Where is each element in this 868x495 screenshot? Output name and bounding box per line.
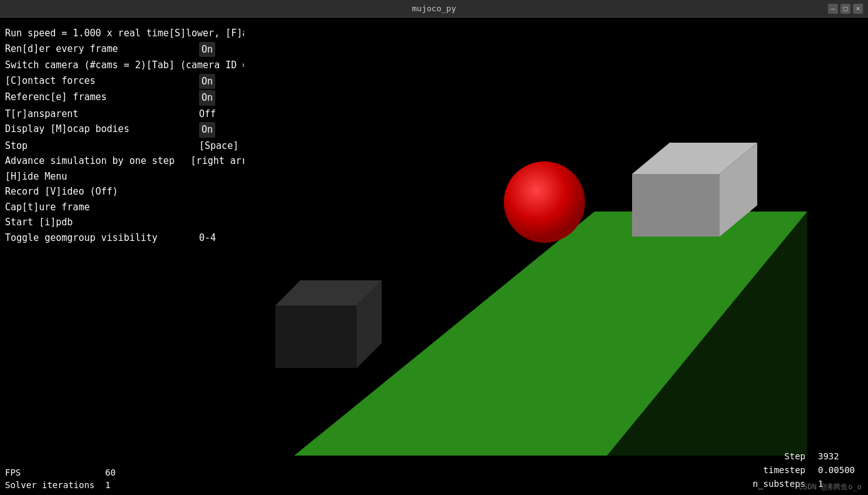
menu-row: [C]ontact forcesOn	[5, 74, 264, 89]
menu-row-label: Toggle geomgroup visibility	[5, 231, 199, 245]
timestep-label: timestep	[730, 465, 805, 475]
status-left: FPS 60 Solver iterations 1	[0, 462, 244, 495]
menu-row: Switch camera (#cams = 2)[Tab] (camera I…	[5, 58, 264, 73]
menu-row-label: Record [V]ideo (Off)	[5, 185, 199, 199]
window-controls[interactable]: — □ ✕	[828, 4, 863, 14]
menu-row-value: 0-4	[199, 231, 216, 245]
fps-value: 60	[105, 467, 116, 477]
menu-row: Display [M]ocap bodiesOn	[5, 122, 264, 138]
menu-row: Advance simulation by one step[right arr…	[5, 154, 264, 168]
menu-row-label: Stop	[5, 139, 199, 153]
menu-row: Cap[t]ure frame	[5, 200, 264, 215]
svg-marker-6	[632, 174, 720, 237]
menu-row-label: Display [M]ocap bodies	[5, 122, 199, 138]
solver-label: Solver iterations	[5, 480, 105, 490]
menu-row: Start [i]pdb	[5, 215, 264, 230]
menu-row: Toggle geomgroup visibility0-4	[5, 231, 264, 245]
menu-row-label: Switch camera (#cams = 2)	[5, 58, 146, 73]
menu-row: Referenc[e] framesOn	[5, 90, 264, 106]
menu-row: Run speed = 1.000 x real time[S]lower, […	[5, 26, 264, 41]
menu-row-value: Off	[199, 107, 216, 121]
menu-row: T[r]ansparentOff	[5, 107, 264, 121]
menu-row-value: [Space]	[199, 139, 238, 153]
watermark: CSDN @沸腾鱼o_o	[799, 482, 862, 492]
titlebar: mujoco_py — □ ✕	[0, 0, 868, 18]
timestep-row: timestep 0.00500	[730, 465, 855, 475]
menu-row-label: Ren[d]er every frame	[5, 42, 199, 58]
fps-label: FPS	[5, 467, 105, 477]
svg-point-9	[504, 161, 585, 243]
minimize-button[interactable]: —	[828, 4, 838, 14]
nsubsteps-label: n_substeps	[730, 479, 805, 489]
menu-row-value: On	[199, 122, 215, 138]
menu-row-value: On	[199, 90, 215, 106]
menu-row: [H]ide Menu	[5, 170, 264, 184]
menu-row: Stop[Space]	[5, 139, 264, 153]
fps-row: FPS 60	[5, 467, 239, 477]
3d-viewport[interactable]	[244, 18, 868, 495]
maximize-button[interactable]: □	[840, 4, 850, 14]
close-button[interactable]: ✕	[853, 4, 863, 14]
solver-value: 1	[105, 480, 110, 490]
menu-row-label: Referenc[e] frames	[5, 90, 199, 106]
step-label: Step	[730, 451, 805, 461]
menu-row-label: Cap[t]ure frame	[5, 200, 199, 215]
menu-row-value: On	[199, 42, 215, 58]
step-value: 3932	[818, 451, 855, 461]
menu-row-label: [H]ide Menu	[5, 170, 199, 184]
menu-row-label: Run speed = 1.000 x real time	[5, 26, 169, 41]
menu-row-value: On	[199, 74, 215, 89]
menu-row: Ren[d]er every frameOn	[5, 42, 264, 58]
menu-row-label: T[r]ansparent	[5, 107, 199, 121]
menu-panel: Run speed = 1.000 x real time[S]lower, […	[0, 18, 269, 495]
menu-row-label: [C]ontact forces	[5, 74, 199, 89]
menu-rows: Run speed = 1.000 x real time[S]lower, […	[5, 26, 264, 245]
svg-marker-3	[275, 305, 357, 368]
window-title: mujoco_py	[412, 4, 456, 13]
menu-row-label: Advance simulation by one step	[5, 154, 191, 168]
menu-row: Record [V]ideo (Off)	[5, 185, 264, 199]
menu-row-label: Start [i]pdb	[5, 215, 199, 230]
main-area: Run speed = 1.000 x real time[S]lower, […	[0, 18, 868, 495]
timestep-value: 0.00500	[818, 465, 855, 475]
scene-svg	[244, 18, 868, 495]
solver-row: Solver iterations 1	[5, 480, 239, 490]
step-row: Step 3932	[730, 451, 855, 461]
